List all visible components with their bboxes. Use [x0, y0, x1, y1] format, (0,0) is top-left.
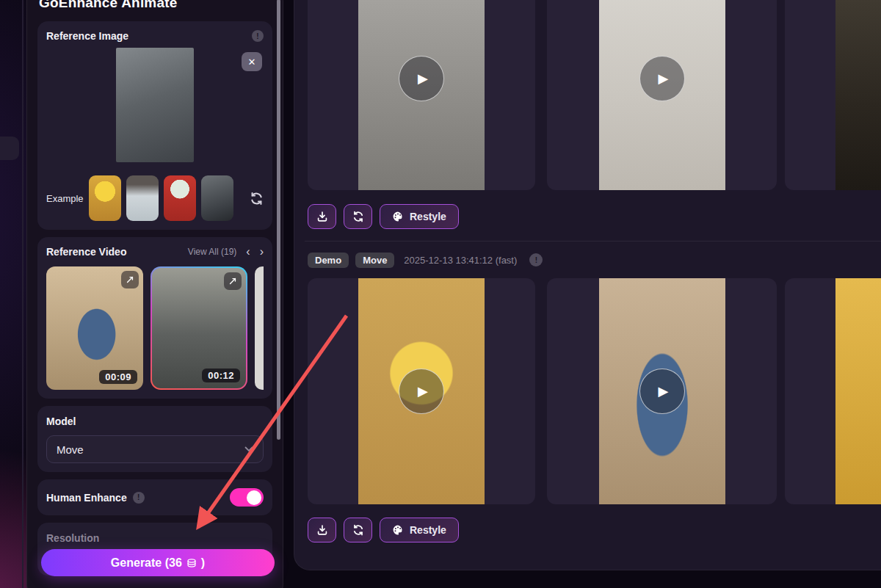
reference-image-label: Reference Image: [46, 30, 128, 42]
reference-video-selected-border: 00:12: [151, 266, 247, 390]
model-select[interactable]: Move: [46, 435, 264, 463]
reference-video-partial[interactable]: [255, 266, 264, 390]
reference-video-label: Reference Video: [46, 246, 126, 258]
video-card: ▶: [308, 278, 535, 504]
page-title: GoEnhance Animate: [39, 0, 272, 11]
download-button[interactable]: [308, 204, 336, 229]
palette-icon: [392, 524, 404, 536]
chevron-down-icon: [244, 446, 253, 452]
play-button[interactable]: ▶: [639, 56, 685, 101]
view-all-link[interactable]: View All (19): [188, 247, 236, 257]
generation-gallery: ▶ ▶: [294, 0, 881, 570]
resolution-label: Resolution: [46, 532, 99, 544]
demo-badge: Demo: [308, 253, 349, 268]
left-rail-divider: [22, 0, 23, 588]
example-label: Example: [46, 193, 84, 204]
chevron-right-icon[interactable]: ›: [260, 246, 264, 258]
human-enhance-label: Human Enhance: [46, 492, 127, 504]
credits-coin-icon: [186, 558, 197, 568]
refresh-icon: [352, 211, 364, 222]
refresh-examples-icon[interactable]: [250, 192, 264, 206]
close-icon[interactable]: ✕: [242, 52, 262, 71]
play-icon: ▶: [656, 383, 669, 399]
generation-timestamp: 2025-12-13 13:41:12 (fast): [404, 255, 517, 266]
refresh-icon: [352, 524, 364, 536]
human-enhance-toggle[interactable]: [230, 488, 264, 507]
regenerate-button[interactable]: [344, 518, 372, 542]
regenerate-button[interactable]: [344, 204, 372, 229]
generate-label-prefix: Generate (36: [111, 556, 182, 570]
play-button[interactable]: ▶: [399, 56, 444, 101]
generation-meta: Demo Move 2025-12-13 13:41:12 (fast) !: [308, 251, 543, 269]
app-window: GoEnhance Animate Reference Image ! ✕ Ex…: [0, 0, 881, 588]
video-card: [785, 278, 881, 504]
settings-panel: GoEnhance Animate Reference Image ! ✕ Ex…: [26, 0, 283, 588]
chevron-left-icon[interactable]: ‹: [246, 246, 250, 258]
restyle-button[interactable]: Restyle: [380, 518, 459, 542]
video-card: ▶: [308, 0, 535, 190]
reference-image-thumbnail[interactable]: [116, 48, 194, 162]
model-card: Model Move: [37, 406, 272, 472]
info-icon[interactable]: !: [529, 253, 543, 266]
example-thumb-strawberry-cat[interactable]: [164, 175, 196, 221]
play-icon: ▶: [415, 383, 428, 399]
model-badge: Move: [355, 253, 394, 268]
restyle-label: Restyle: [410, 211, 446, 222]
row-1-actions: Restyle: [308, 204, 459, 229]
video-card: ▶: [547, 0, 777, 190]
human-enhance-card: Human Enhance !: [37, 479, 272, 515]
download-icon: [316, 211, 328, 222]
video-thumbnail-banana-cat-wave[interactable]: [835, 278, 881, 504]
video-card: ▶: [547, 278, 777, 504]
palette-icon: [392, 211, 404, 222]
generation-row-1: ▶ ▶: [294, 0, 881, 190]
generate-label-suffix: ): [201, 556, 205, 570]
example-thumb-banana-cat[interactable]: [89, 175, 121, 221]
restyle-label: Restyle: [410, 524, 446, 536]
info-icon[interactable]: !: [133, 492, 145, 504]
toggle-knob: [247, 490, 261, 505]
example-thumb-white-dress[interactable]: [126, 175, 159, 221]
info-icon[interactable]: !: [252, 30, 264, 42]
play-button[interactable]: ▶: [399, 369, 444, 414]
play-icon: ▶: [656, 70, 669, 87]
play-button[interactable]: ▶: [639, 369, 685, 414]
generation-row-2: ▶ ▶: [294, 278, 881, 504]
reference-video-card: Reference Video View All (19) ‹ › 00:09: [37, 237, 272, 399]
duration-badge: 00:12: [202, 369, 240, 382]
reference-video-cat-suit[interactable]: 00:09: [46, 266, 143, 390]
duration-badge: 00:09: [99, 370, 137, 384]
expand-icon[interactable]: [224, 272, 242, 290]
panel-scrollbar[interactable]: [277, 0, 280, 440]
model-selected-value: Move: [57, 443, 84, 456]
expand-icon[interactable]: [121, 271, 139, 288]
reference-image-card: Reference Image ! ✕ Example: [37, 21, 272, 230]
video-thumbnail-robot-warehouse[interactable]: [835, 0, 881, 190]
restyle-button[interactable]: Restyle: [380, 204, 459, 229]
video-card: [785, 0, 881, 190]
reference-video-dancer[interactable]: 00:12: [152, 268, 246, 388]
download-button[interactable]: [308, 518, 336, 542]
row-2-actions: Restyle: [308, 518, 459, 542]
generate-button[interactable]: Generate (36 ): [41, 549, 275, 576]
row-divider: [305, 241, 881, 242]
model-label: Model: [46, 415, 76, 427]
left-rail-item-partial[interactable]: [0, 137, 19, 160]
example-thumb-black-outfit[interactable]: [201, 175, 233, 221]
reference-image-preview-area: ✕: [46, 48, 264, 165]
download-icon: [316, 524, 328, 536]
play-icon: ▶: [415, 70, 428, 87]
